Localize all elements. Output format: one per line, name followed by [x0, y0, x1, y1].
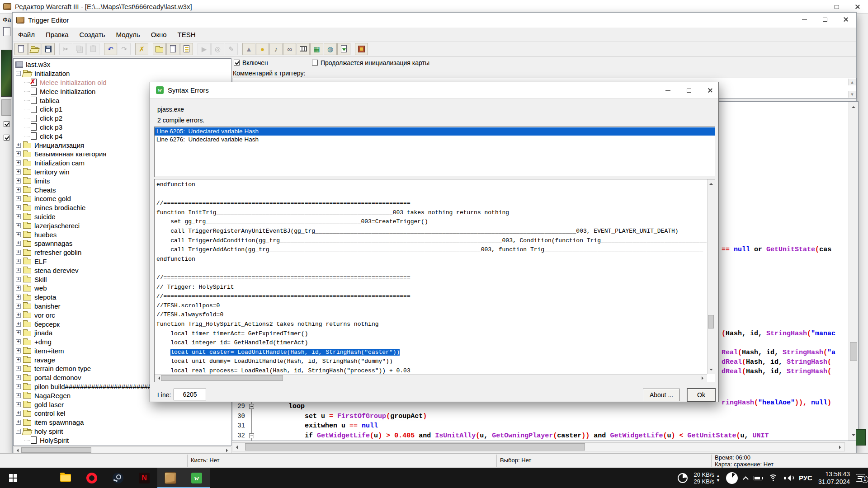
- wifi-icon[interactable]: [768, 474, 778, 482]
- te-minimize-button[interactable]: [794, 13, 815, 26]
- expand-icon[interactable]: +: [16, 205, 21, 210]
- layer-checkbox-2[interactable]: [4, 135, 9, 141]
- menu-item-окно[interactable]: Окно: [151, 31, 167, 38]
- toolbar-terrain-editor-button[interactable]: ▲: [242, 43, 255, 55]
- tree-item-initialization[interactable]: −Initialization: [14, 69, 231, 78]
- tree-item-last-w3x[interactable]: last.w3x: [14, 60, 231, 69]
- menu-item-модуль[interactable]: Модуль: [116, 31, 140, 38]
- dialog-close-button[interactable]: [708, 88, 713, 93]
- layer-checkbox-1[interactable]: [4, 121, 9, 127]
- taskbar-app-warcraft-editor[interactable]: [157, 468, 184, 488]
- toolbar-ai-editor-button[interactable]: ▦: [310, 43, 323, 55]
- enabled-checkbox[interactable]: [234, 60, 240, 66]
- expand-icon[interactable]: +: [16, 151, 21, 156]
- taskbar-app-steam[interactable]: [105, 468, 131, 488]
- expand-icon[interactable]: +: [16, 286, 21, 291]
- ok-button[interactable]: Ok: [687, 389, 715, 401]
- toolbar-object-editor-button[interactable]: ∞: [283, 43, 296, 55]
- tree-item-holy-spirit[interactable]: −holy spirit: [14, 427, 231, 436]
- language-indicator[interactable]: РУС: [799, 474, 812, 482]
- tree-item-holyspirit[interactable]: HolySpirit: [14, 436, 231, 445]
- te-close-button[interactable]: [835, 13, 856, 26]
- error-row[interactable]: Line 6276: Undeclared variable Hash: [155, 136, 715, 144]
- expand-icon[interactable]: +: [16, 402, 21, 407]
- line-number-input[interactable]: [174, 389, 206, 400]
- net-speed-indicator[interactable]: 20 KB/s 29 KB/s ▲ ▼: [693, 471, 720, 485]
- expand-icon[interactable]: +: [16, 348, 21, 353]
- main-menu-fragment[interactable]: Фа: [3, 16, 11, 23]
- toolbar-undo-button[interactable]: ↶: [104, 43, 117, 55]
- tree-item-control-kel[interactable]: +control kel: [14, 409, 231, 418]
- expand-icon[interactable]: +: [16, 339, 21, 344]
- expand-icon[interactable]: +: [16, 411, 21, 416]
- expand-icon[interactable]: +: [16, 295, 21, 300]
- main-maximize-button[interactable]: [826, 0, 847, 14]
- toolbar-new-trigger-button[interactable]: [166, 43, 179, 55]
- expand-icon[interactable]: +: [16, 169, 21, 174]
- tray-chevron-icon[interactable]: [743, 476, 749, 482]
- expand-icon[interactable]: +: [16, 259, 21, 264]
- toolbar-trigger-editor-button[interactable]: [355, 43, 368, 55]
- taskbar-app-n-app[interactable]: N: [131, 468, 157, 488]
- toolbar-save-map-button[interactable]: [42, 43, 55, 55]
- dialog-code-vscrollbar[interactable]: [707, 179, 715, 374]
- expand-icon[interactable]: +: [16, 241, 21, 246]
- expand-icon[interactable]: +: [16, 420, 21, 425]
- menu-item-файл[interactable]: Файл: [18, 31, 35, 38]
- te-maximize-button[interactable]: [815, 13, 835, 26]
- expand-icon[interactable]: +: [16, 178, 21, 183]
- dialog-code-hscrollbar[interactable]: [155, 374, 707, 382]
- toolbar-open-map-button[interactable]: [28, 43, 41, 55]
- new-document-icon[interactable]: [3, 27, 10, 36]
- expand-icon[interactable]: +: [16, 357, 21, 362]
- toolbar-unit-editor-button[interactable]: ●: [256, 43, 269, 55]
- main-close-button[interactable]: [847, 0, 868, 14]
- taskbar-app-explorer[interactable]: [52, 468, 79, 488]
- menu-item-правка[interactable]: Правка: [46, 31, 69, 38]
- taskbar-app-opera[interactable]: [79, 468, 105, 488]
- tree-item-item-spawnnaga[interactable]: +item spawnnaga: [14, 418, 231, 427]
- toolbar-delete-button[interactable]: ✗: [135, 43, 148, 55]
- expand-icon[interactable]: +: [16, 384, 21, 389]
- expand-icon[interactable]: +: [16, 223, 21, 228]
- expand-icon[interactable]: +: [16, 304, 21, 309]
- menu-item-tesh[interactable]: TESH: [178, 31, 196, 38]
- scroll-thumb[interactable]: [850, 342, 857, 361]
- expand-icon[interactable]: +: [16, 268, 21, 273]
- editor-hscrollbar[interactable]: [232, 442, 845, 451]
- scroll-down-icon[interactable]: ▼: [848, 91, 856, 98]
- expand-icon[interactable]: +: [16, 232, 21, 237]
- expand-icon[interactable]: +: [16, 250, 21, 255]
- expand-icon[interactable]: +: [16, 214, 21, 219]
- expand-icon[interactable]: +: [16, 196, 21, 201]
- about-button[interactable]: About ...: [643, 389, 680, 401]
- scroll-thumb[interactable]: [21, 447, 91, 453]
- toolbar-new-map-button[interactable]: [14, 43, 28, 55]
- fold-collapse-icon[interactable]: [249, 404, 254, 409]
- tree-hscrollbar[interactable]: [13, 446, 231, 454]
- scroll-thumb[interactable]: [161, 375, 283, 381]
- collapse-icon[interactable]: −: [16, 429, 21, 434]
- dialog-minimize-button[interactable]: [665, 90, 670, 91]
- expand-icon[interactable]: +: [16, 160, 21, 165]
- toolbar-campaign-editor-button[interactable]: [297, 43, 310, 55]
- disk-activity-icon[interactable]: [678, 473, 688, 483]
- toolbar-new-category-button[interactable]: [153, 43, 166, 55]
- taskbar-start-button[interactable]: [0, 468, 26, 488]
- fold-collapse-icon[interactable]: [249, 433, 254, 438]
- main-minimize-button[interactable]: [806, 0, 826, 14]
- continue-init-checkbox[interactable]: [312, 60, 318, 66]
- volume-icon[interactable]: [784, 474, 793, 482]
- scroll-up-icon[interactable]: ▲: [848, 79, 856, 85]
- expand-icon[interactable]: +: [16, 366, 21, 371]
- toolbar-object-manager-button[interactable]: ◍: [324, 43, 337, 55]
- editor-vscrollbar[interactable]: [849, 102, 858, 441]
- taskbar-app-tesh[interactable]: w: [184, 468, 210, 488]
- scroll-thumb[interactable]: [245, 443, 585, 450]
- menu-item-создать[interactable]: Создать: [80, 31, 105, 38]
- jass-code-view[interactable]: endfunction//===========================…: [154, 179, 715, 382]
- expand-icon[interactable]: +: [16, 313, 21, 318]
- notification-center-icon[interactable]: 1: [856, 474, 865, 482]
- error-row[interactable]: Line 6205: Undeclared variable Hash: [155, 127, 715, 136]
- expand-icon[interactable]: +: [16, 330, 21, 335]
